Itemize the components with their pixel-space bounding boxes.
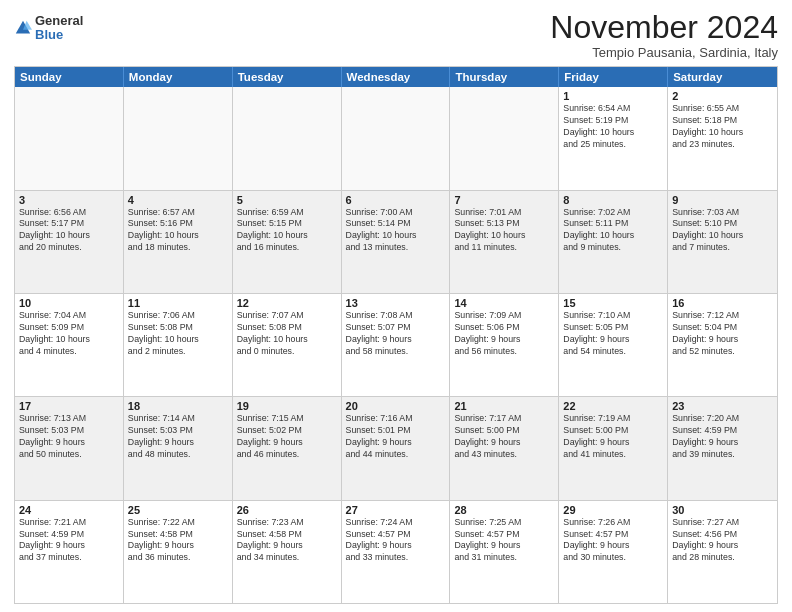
day-number: 7: [454, 194, 554, 206]
cal-cell-4: 4Sunrise: 6:57 AM Sunset: 5:16 PM Daylig…: [124, 191, 233, 293]
calendar-row-1: 3Sunrise: 6:56 AM Sunset: 5:17 PM Daylig…: [15, 191, 777, 294]
calendar: SundayMondayTuesdayWednesdayThursdayFrid…: [14, 66, 778, 604]
day-number: 2: [672, 90, 773, 102]
header-day-friday: Friday: [559, 67, 668, 87]
cal-cell-2: 2Sunrise: 6:55 AM Sunset: 5:18 PM Daylig…: [668, 87, 777, 189]
cell-info-text: Sunrise: 7:15 AM Sunset: 5:02 PM Dayligh…: [237, 413, 337, 461]
day-number: 13: [346, 297, 446, 309]
cell-info-text: Sunrise: 7:03 AM Sunset: 5:10 PM Dayligh…: [672, 207, 773, 255]
cal-cell-23: 23Sunrise: 7:20 AM Sunset: 4:59 PM Dayli…: [668, 397, 777, 499]
cal-cell-5: 5Sunrise: 6:59 AM Sunset: 5:15 PM Daylig…: [233, 191, 342, 293]
day-number: 8: [563, 194, 663, 206]
logo-icon: [14, 19, 32, 37]
cal-cell-21: 21Sunrise: 7:17 AM Sunset: 5:00 PM Dayli…: [450, 397, 559, 499]
cell-info-text: Sunrise: 7:25 AM Sunset: 4:57 PM Dayligh…: [454, 517, 554, 565]
cal-cell-15: 15Sunrise: 7:10 AM Sunset: 5:05 PM Dayli…: [559, 294, 668, 396]
cal-cell-11: 11Sunrise: 7:06 AM Sunset: 5:08 PM Dayli…: [124, 294, 233, 396]
cal-cell-13: 13Sunrise: 7:08 AM Sunset: 5:07 PM Dayli…: [342, 294, 451, 396]
cal-cell-16: 16Sunrise: 7:12 AM Sunset: 5:04 PM Dayli…: [668, 294, 777, 396]
logo-text: General Blue: [35, 14, 83, 43]
cal-cell-3: 3Sunrise: 6:56 AM Sunset: 5:17 PM Daylig…: [15, 191, 124, 293]
cell-info-text: Sunrise: 7:01 AM Sunset: 5:13 PM Dayligh…: [454, 207, 554, 255]
calendar-row-4: 24Sunrise: 7:21 AM Sunset: 4:59 PM Dayli…: [15, 501, 777, 603]
calendar-row-0: 1Sunrise: 6:54 AM Sunset: 5:19 PM Daylig…: [15, 87, 777, 190]
day-number: 24: [19, 504, 119, 516]
cell-info-text: Sunrise: 7:02 AM Sunset: 5:11 PM Dayligh…: [563, 207, 663, 255]
cell-info-text: Sunrise: 7:00 AM Sunset: 5:14 PM Dayligh…: [346, 207, 446, 255]
calendar-row-2: 10Sunrise: 7:04 AM Sunset: 5:09 PM Dayli…: [15, 294, 777, 397]
cal-cell-20: 20Sunrise: 7:16 AM Sunset: 5:01 PM Dayli…: [342, 397, 451, 499]
header-day-monday: Monday: [124, 67, 233, 87]
day-number: 21: [454, 400, 554, 412]
cell-info-text: Sunrise: 7:12 AM Sunset: 5:04 PM Dayligh…: [672, 310, 773, 358]
cal-cell-empty-0-3: [342, 87, 451, 189]
cal-cell-12: 12Sunrise: 7:07 AM Sunset: 5:08 PM Dayli…: [233, 294, 342, 396]
day-number: 19: [237, 400, 337, 412]
cell-info-text: Sunrise: 7:19 AM Sunset: 5:00 PM Dayligh…: [563, 413, 663, 461]
day-number: 28: [454, 504, 554, 516]
cell-info-text: Sunrise: 7:14 AM Sunset: 5:03 PM Dayligh…: [128, 413, 228, 461]
cal-cell-9: 9Sunrise: 7:03 AM Sunset: 5:10 PM Daylig…: [668, 191, 777, 293]
cal-cell-empty-0-1: [124, 87, 233, 189]
cal-cell-25: 25Sunrise: 7:22 AM Sunset: 4:58 PM Dayli…: [124, 501, 233, 603]
day-number: 15: [563, 297, 663, 309]
cal-cell-8: 8Sunrise: 7:02 AM Sunset: 5:11 PM Daylig…: [559, 191, 668, 293]
cell-info-text: Sunrise: 7:16 AM Sunset: 5:01 PM Dayligh…: [346, 413, 446, 461]
day-number: 1: [563, 90, 663, 102]
header-day-saturday: Saturday: [668, 67, 777, 87]
cell-info-text: Sunrise: 6:54 AM Sunset: 5:19 PM Dayligh…: [563, 103, 663, 151]
cal-cell-28: 28Sunrise: 7:25 AM Sunset: 4:57 PM Dayli…: [450, 501, 559, 603]
cell-info-text: Sunrise: 7:23 AM Sunset: 4:58 PM Dayligh…: [237, 517, 337, 565]
header-day-sunday: Sunday: [15, 67, 124, 87]
page: General Blue November 2024 Tempio Pausan…: [0, 0, 792, 612]
day-number: 20: [346, 400, 446, 412]
cell-info-text: Sunrise: 7:09 AM Sunset: 5:06 PM Dayligh…: [454, 310, 554, 358]
cell-info-text: Sunrise: 7:10 AM Sunset: 5:05 PM Dayligh…: [563, 310, 663, 358]
cell-info-text: Sunrise: 7:21 AM Sunset: 4:59 PM Dayligh…: [19, 517, 119, 565]
cal-cell-1: 1Sunrise: 6:54 AM Sunset: 5:19 PM Daylig…: [559, 87, 668, 189]
cal-cell-22: 22Sunrise: 7:19 AM Sunset: 5:00 PM Dayli…: [559, 397, 668, 499]
cal-cell-7: 7Sunrise: 7:01 AM Sunset: 5:13 PM Daylig…: [450, 191, 559, 293]
cal-cell-18: 18Sunrise: 7:14 AM Sunset: 5:03 PM Dayli…: [124, 397, 233, 499]
cell-info-text: Sunrise: 7:06 AM Sunset: 5:08 PM Dayligh…: [128, 310, 228, 358]
cell-info-text: Sunrise: 6:57 AM Sunset: 5:16 PM Dayligh…: [128, 207, 228, 255]
header-day-thursday: Thursday: [450, 67, 559, 87]
title-block: November 2024 Tempio Pausania, Sardinia,…: [550, 10, 778, 60]
cell-info-text: Sunrise: 7:13 AM Sunset: 5:03 PM Dayligh…: [19, 413, 119, 461]
day-number: 9: [672, 194, 773, 206]
day-number: 11: [128, 297, 228, 309]
cal-cell-19: 19Sunrise: 7:15 AM Sunset: 5:02 PM Dayli…: [233, 397, 342, 499]
day-number: 16: [672, 297, 773, 309]
header: General Blue November 2024 Tempio Pausan…: [14, 10, 778, 60]
cal-cell-17: 17Sunrise: 7:13 AM Sunset: 5:03 PM Dayli…: [15, 397, 124, 499]
day-number: 18: [128, 400, 228, 412]
header-day-tuesday: Tuesday: [233, 67, 342, 87]
calendar-header: SundayMondayTuesdayWednesdayThursdayFrid…: [15, 67, 777, 87]
day-number: 23: [672, 400, 773, 412]
cell-info-text: Sunrise: 7:20 AM Sunset: 4:59 PM Dayligh…: [672, 413, 773, 461]
calendar-row-3: 17Sunrise: 7:13 AM Sunset: 5:03 PM Dayli…: [15, 397, 777, 500]
cell-info-text: Sunrise: 7:24 AM Sunset: 4:57 PM Dayligh…: [346, 517, 446, 565]
day-number: 6: [346, 194, 446, 206]
cell-info-text: Sunrise: 7:04 AM Sunset: 5:09 PM Dayligh…: [19, 310, 119, 358]
day-number: 30: [672, 504, 773, 516]
day-number: 10: [19, 297, 119, 309]
day-number: 3: [19, 194, 119, 206]
logo-blue-text: Blue: [35, 28, 83, 42]
cal-cell-26: 26Sunrise: 7:23 AM Sunset: 4:58 PM Dayli…: [233, 501, 342, 603]
day-number: 5: [237, 194, 337, 206]
cell-info-text: Sunrise: 6:56 AM Sunset: 5:17 PM Dayligh…: [19, 207, 119, 255]
cal-cell-10: 10Sunrise: 7:04 AM Sunset: 5:09 PM Dayli…: [15, 294, 124, 396]
cell-info-text: Sunrise: 7:26 AM Sunset: 4:57 PM Dayligh…: [563, 517, 663, 565]
cal-cell-empty-0-4: [450, 87, 559, 189]
logo: General Blue: [14, 14, 83, 43]
day-number: 17: [19, 400, 119, 412]
cal-cell-14: 14Sunrise: 7:09 AM Sunset: 5:06 PM Dayli…: [450, 294, 559, 396]
day-number: 22: [563, 400, 663, 412]
month-title: November 2024: [550, 10, 778, 45]
cell-info-text: Sunrise: 7:08 AM Sunset: 5:07 PM Dayligh…: [346, 310, 446, 358]
cal-cell-24: 24Sunrise: 7:21 AM Sunset: 4:59 PM Dayli…: [15, 501, 124, 603]
cal-cell-30: 30Sunrise: 7:27 AM Sunset: 4:56 PM Dayli…: [668, 501, 777, 603]
day-number: 26: [237, 504, 337, 516]
cell-info-text: Sunrise: 7:17 AM Sunset: 5:00 PM Dayligh…: [454, 413, 554, 461]
